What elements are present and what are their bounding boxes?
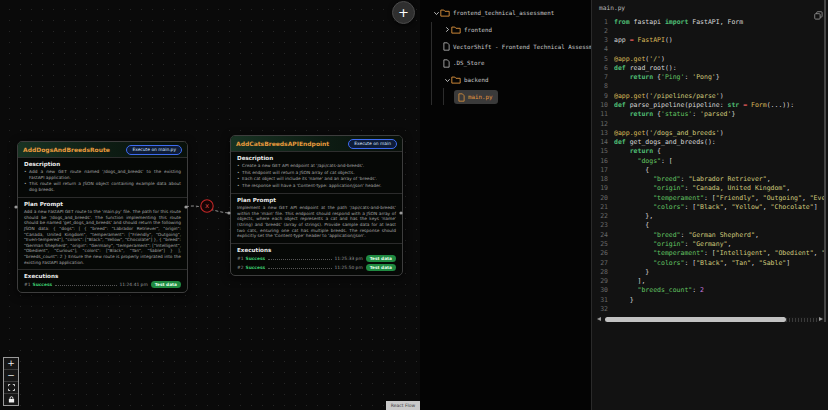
reactflow-attribution[interactable]: React Flow <box>386 401 420 410</box>
scrollbar-track[interactable] <box>786 318 817 322</box>
handle-left-card1[interactable] <box>227 211 230 214</box>
line-number: 29 <box>595 277 608 285</box>
zoom-in-button[interactable]: + <box>4 358 18 370</box>
code-line: 22 }, <box>595 212 825 221</box>
code-line: 11 return {'status': 'parsed'} <box>595 110 825 119</box>
code-line: 5@app.get('/') <box>595 54 825 63</box>
app-window: + AddDogsAndBreedsRoute Execute on main.… <box>0 0 828 410</box>
editor-filename: main.py <box>599 4 625 11</box>
fit-view-button[interactable] <box>4 382 18 394</box>
code-line: 7 return {'Ping': 'Pong'} <box>595 73 825 82</box>
line-number: 11 <box>595 110 608 118</box>
code-line: 6def read_root(): <box>595 63 825 72</box>
edge-delete-label: x <box>205 202 209 210</box>
code-line: 9@app.get('/pipelines/parse') <box>595 91 825 100</box>
code-line: 2 <box>595 26 825 35</box>
scrollbar-thumb[interactable] <box>605 317 786 322</box>
code-line: 31 } <box>595 295 825 304</box>
folder-icon <box>440 9 450 17</box>
lock-icon <box>8 396 15 403</box>
flow-canvas[interactable]: + AddDogsAndBreedsRoute Execute on main.… <box>0 0 420 410</box>
scroll-left-arrow[interactable] <box>597 317 601 321</box>
line-number: 30 <box>595 286 608 294</box>
line-number: 12 <box>595 120 608 128</box>
line-number: 4 <box>595 45 608 53</box>
vertical-scrollbar[interactable] <box>824 0 826 322</box>
scroll-right-arrow[interactable] <box>819 317 823 321</box>
line-number: 10 <box>595 101 608 109</box>
code-line: 1from fastapi import FastAPI, Form <box>595 17 825 26</box>
line-number: 31 <box>595 296 608 304</box>
folder-icon <box>451 26 461 34</box>
zoom-out-button[interactable]: − <box>4 370 18 382</box>
fit-view-icon <box>8 384 15 391</box>
flow-controls: + − <box>3 357 19 406</box>
line-number: 18 <box>595 175 608 183</box>
code-line: 28 } <box>595 267 825 276</box>
code-line: 29 ], <box>595 276 825 285</box>
chevron-right-icon[interactable] <box>443 26 451 33</box>
code-line: 23 { <box>595 221 825 230</box>
code-line: 12 <box>595 119 825 128</box>
code-line: 20 "temperament": ["Friendly", "Outgoing… <box>595 193 825 202</box>
code-line: 26 "temperament": ["Intelligent", "Obedi… <box>595 249 825 258</box>
chevron-down-icon[interactable] <box>432 10 440 17</box>
line-number: 3 <box>595 36 608 44</box>
edge-delete-button[interactable]: x <box>201 200 213 212</box>
code-line: 27 "colors": ["Black", "Tan", "Sable"] <box>595 258 825 267</box>
code-line: 24 "breed": "German Shepherd", <box>595 230 825 239</box>
code-line: 3app = FastAPI() <box>595 36 825 45</box>
code-line: 17 { <box>595 165 825 174</box>
code-line: 19 "origin": "Canada, United Kingdom", <box>595 184 825 193</box>
file-icon <box>458 93 465 102</box>
line-number: 21 <box>595 203 608 211</box>
code-line: 32 <box>595 304 825 313</box>
handle-right-card1[interactable] <box>399 211 402 214</box>
file-tree-panel: frontend_technical_assessmentfrontendVec… <box>420 0 591 410</box>
line-number: 2 <box>595 27 608 35</box>
edge-layer: x <box>0 0 420 410</box>
line-number: 15 <box>595 147 608 155</box>
line-number: 26 <box>595 249 608 257</box>
line-number: 19 <box>595 184 608 192</box>
code-line: 4 <box>595 45 825 54</box>
line-number: 6 <box>595 64 608 72</box>
line-number: 14 <box>595 138 608 146</box>
horizontal-scrollbar[interactable] <box>597 317 823 322</box>
chevron-down-icon[interactable] <box>443 77 451 84</box>
tree-item-backend[interactable]: backend <box>420 72 614 88</box>
line-number: 24 <box>595 231 608 239</box>
code-editor-panel: main.py 1from fastapi import FastAPI, Fo… <box>591 0 828 410</box>
code-line: 8 <box>595 82 825 91</box>
folder-icon <box>451 76 461 84</box>
tree-label: .DS_Store <box>453 60 484 66</box>
line-number: 9 <box>595 92 608 100</box>
line-number: 1 <box>595 18 608 26</box>
handle-right-card0[interactable] <box>184 205 187 208</box>
line-number: 22 <box>595 212 608 220</box>
code-line: 25 "origin": "Germany", <box>595 239 825 248</box>
line-number: 7 <box>595 73 608 81</box>
file-icon <box>443 42 450 51</box>
tree-label: VectorShift - Frontend Technical Assessm… <box>453 44 603 50</box>
tree-item-vectorshift-frontend-technical-assessment[interactable]: VectorShift - Frontend Technical Assessm… <box>420 39 614 55</box>
tree-item-frontend[interactable]: frontend <box>420 22 614 38</box>
line-number: 27 <box>595 259 608 267</box>
line-number: 23 <box>595 221 608 229</box>
tree-item-frontend-technical-assessment[interactable]: frontend_technical_assessment <box>420 5 603 21</box>
code-line: 15 return { <box>595 147 825 156</box>
line-number: 32 <box>595 305 608 313</box>
code-line: 16 "dogs": [ <box>595 156 825 165</box>
code-line: 14def get_dogs_and_breeds(): <box>595 137 825 146</box>
file-icon <box>443 59 450 68</box>
handle-left-card0[interactable] <box>14 205 17 208</box>
line-number: 13 <box>595 129 608 137</box>
code-area[interactable]: 1from fastapi import FastAPI, Form23app … <box>595 17 825 410</box>
tree-item-ds-store[interactable]: .DS_Store <box>420 55 614 71</box>
line-number: 20 <box>595 194 608 202</box>
tree-label: frontend_technical_assessment <box>453 10 554 16</box>
code-line: 30 "breeds_count": 2 <box>595 286 825 295</box>
lock-button[interactable] <box>4 394 18 405</box>
line-number: 17 <box>595 166 608 174</box>
selected-file-highlight[interactable]: main.py <box>454 90 498 104</box>
